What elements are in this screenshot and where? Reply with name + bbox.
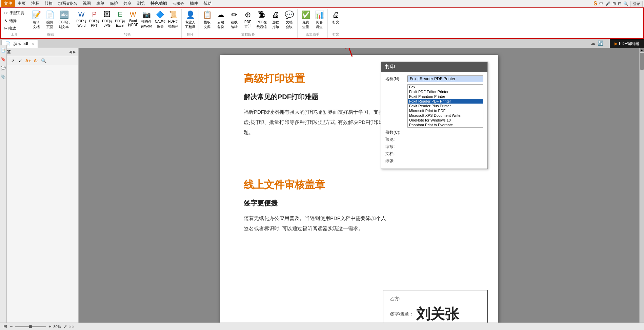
svg-line-1 [345,48,352,57]
sidebar-tool-search[interactable]: 🔍 [40,57,47,64]
doc-service-group-label: 文档服务 [201,32,295,37]
paper-assist-group-label: 论文助手 [300,32,325,37]
remote-print-button[interactable]: 🖨 远程打印 [269,9,282,30]
template-library-button[interactable]: 📋 模板文库 [201,9,213,30]
menu-sign[interactable]: 填写&签名 [56,0,80,7]
print-dialog-title: 打印 [381,62,487,72]
pdf-to-excel-button[interactable]: E PDF转Excel [114,9,126,28]
menu-convert[interactable]: 转换 [42,0,56,7]
cad-converter-button[interactable]: 🔷 CAD转换器 [154,9,166,30]
printer-fax[interactable]: Fax [408,85,483,89]
ocr-button[interactable]: 🔤 OCR识别文本 [57,9,71,30]
section2-body: 随着无纸化办公应用普及。当遇到使用PDF文档中需要添加个人签名或者标识时, 可以… [244,213,386,234]
strip-icon-4[interactable]: 📎 [1,74,6,79]
pdf-to-jpg-button[interactable]: 🖼 PDF转JPG [101,9,113,28]
crop-tool-button[interactable]: ✂ 缩放 [3,25,26,31]
reading-assist-button[interactable]: 📊 阅卷调查 [313,9,325,30]
grid-icon[interactable]: ⊞ [612,1,616,6]
sidebar-nav-left[interactable]: ◀ [69,50,72,54]
strip-icon-3[interactable]: 💬 [1,66,6,70]
print-zoom-label: 缩放: [385,144,407,150]
print-paper-label: 纸张: [385,158,407,164]
section1-body: 福昕PDF阅读器拥有强大的打印功能, 界面友好易于学习。支持虚拟打印、批量打印等… [244,107,386,137]
minus-icon[interactable]: ⊟ [618,1,621,6]
tools-group: ☞ 手型工具 ↖ 选择 ✂ 缩放 工具 [1,9,28,38]
word-pdf-icon: W [130,10,136,18]
menu-share[interactable]: 共享 [121,0,134,7]
online-edit-button[interactable]: ✏ 在线编辑 [228,9,240,30]
menu-protect[interactable]: 保护 [107,0,121,7]
word-to-pdf-button[interactable]: W Word转PDF [127,9,139,28]
pdf-merge-button[interactable]: ⊕ PDF合并 [242,9,254,29]
printer-evernote[interactable]: Phantom Print to Evernote [408,123,483,127]
pdf-to-ppt-button[interactable]: P PDF转PPT [88,9,100,28]
menu-browse[interactable]: 浏览 [134,0,148,7]
expert-translate-button[interactable]: 👤 专业人工翻译 [184,9,197,30]
sync-icon[interactable]: 🔄 [598,40,603,46]
menu-file[interactable]: 文件 [1,0,15,7]
menu-form[interactable]: 表单 [94,0,107,7]
menu-home[interactable]: 主页 [15,0,28,7]
menu-annotation[interactable]: 注释 [28,0,42,7]
bottom-status-bar: ⊞ − + 80% ⤢ ⫺⫺ [0,323,644,330]
select-tool-button[interactable]: ↖ 选择 [3,17,26,24]
zoom-plus-btn[interactable]: + [48,324,51,329]
pdf-to-word-button[interactable]: W PDF转Word [75,9,87,28]
printer-phantom[interactable]: Foxit Phantom Printer [408,94,483,99]
strip-icon-2[interactable]: 🔖 [1,57,6,62]
convert-group: W PDF转Word P PDF转PPT 🖼 PDF转JPG E PDF转Exc… [73,9,182,38]
scan-to-word-button[interactable]: 📷 扫描件转Word [140,9,153,30]
mic-icon[interactable]: 🎤 [605,1,610,6]
printer-foxit-editor[interactable]: Foxit PDF Editor Printer [408,89,483,94]
right-scrollbar[interactable]: ▲ ▼ [639,48,644,330]
edit-page-button[interactable]: 📄 编辑页面 [44,9,56,30]
pdf-compress-button[interactable]: 🗜 PDF在线压缩 [255,9,268,30]
doc-tab[interactable]: 📄 演示.pdf × [1,40,38,48]
sidebar-tool-bookmark-add[interactable]: ↗ [9,57,16,64]
expand-btn[interactable]: ⤢ [63,324,67,329]
printer-foxit-reader[interactable]: Foxit Reader PDF Printer [408,99,483,104]
close-tab-icon[interactable]: × [32,42,34,46]
edit-doc-button[interactable]: 📝 编辑文档 [30,9,42,30]
doc-meeting-button[interactable]: 💬 文档会议 [283,9,295,30]
page-thumbnail-icon[interactable]: ⊞ [3,324,7,329]
menu-help[interactable]: 帮助 [201,0,214,7]
print-dialog: 打印 名称(N): Foxit Reader PDF Printer Fax F… [381,62,488,169]
menu-plugins[interactable]: 插件 [187,0,201,7]
printer-xps[interactable]: Microsoft XPS Document Writer [408,113,483,118]
cloud-sync-icon[interactable]: ☁ [591,40,596,46]
hand-tool-button[interactable]: ☞ 手型工具 [3,9,26,16]
expert-translate-icon: 👤 [186,10,195,19]
zoom-value: 80% [53,325,61,329]
pdf-jpg-icon: 🖼 [104,10,110,18]
menu-special[interactable]: 特色功能 [148,0,169,7]
pdf-page: 高级打印设置 解决常见的PDF打印难题 福昕PDF阅读器拥有强大的打印功能, 界… [220,55,498,330]
translate-group-label: 翻译 [184,32,197,37]
sidebar-nav-right[interactable]: ▶ [73,50,76,54]
search-icon[interactable]: 🔍 [623,1,628,6]
print-button[interactable]: 🖨 打窝 [330,9,342,26]
merge-icon: ⊕ [245,10,251,19]
zoom-minus-btn[interactable]: − [10,324,13,329]
strip-icon-1[interactable]: 📑 [1,48,6,53]
s-logo-icon: S [593,1,597,7]
cloud-backup-button[interactable]: ☁ 云端备份 [215,9,227,30]
far-left-strip: 📑 🔖 💬 📎 [0,45,7,323]
sidebar-tool-collapse[interactable]: A- [33,57,39,64]
menu-view[interactable]: 视图 [80,0,94,7]
free-check-button[interactable]: ✅ 免费查重 [300,9,312,30]
arrow-right-icon: ▶ [615,41,618,46]
print-name-input[interactable]: Foxit Reader PDF Printer [407,75,483,82]
sidebar-tool-expand[interactable]: A+ [25,57,32,64]
chinese-icon[interactable]: 中 [599,1,603,7]
zoom-slider[interactable] [15,326,46,327]
pdf-translate-button[interactable]: 📜 PDF文档翻译 [167,9,179,30]
printer-foxit-plus[interactable]: Foxit Reader Plus Printer [408,104,483,108]
pdf-editor-label: ▶ PDF编辑器 [610,39,644,48]
login-button[interactable]: 登录 [630,1,643,7]
print-icon: 🖨 [332,10,340,19]
menu-cloud[interactable]: 云服务 [169,0,187,7]
printer-ms-pdf[interactable]: Microsoft Print to PDF [408,108,483,113]
sidebar-tool-bookmark-add2[interactable]: ↙ [17,57,24,64]
printer-onenote[interactable]: OneNote for Windows 10 [408,118,483,123]
